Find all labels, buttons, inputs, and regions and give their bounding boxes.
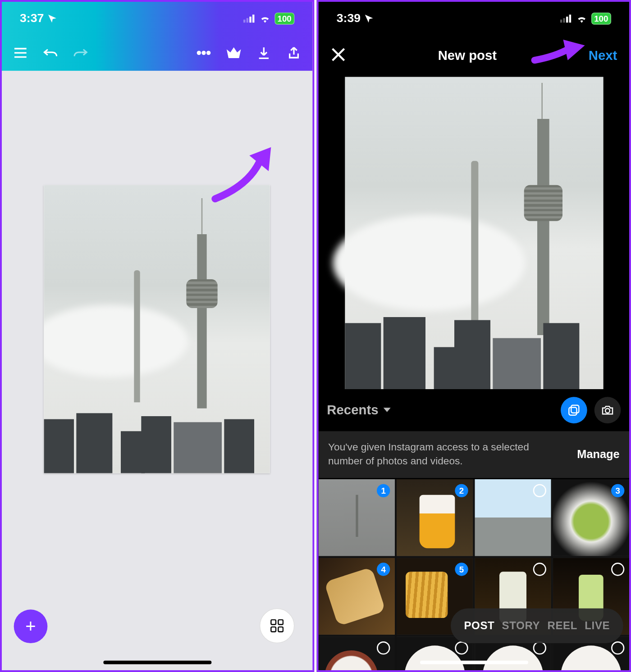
access-message: You've given Instagram access to a selec… [328,441,550,468]
selection-badge: 5 [455,563,468,576]
canva-editor-screen: 3:37 100 [0,0,314,672]
design-document[interactable] [44,185,270,473]
album-selector[interactable]: Recents [327,402,391,418]
menu-icon[interactable] [13,45,28,61]
album-selector-row: Recents [319,389,629,431]
svg-rect-10 [278,627,283,632]
selection-ring [611,563,624,576]
svg-rect-12 [563,18,565,23]
svg-rect-1 [246,18,248,23]
pages-button[interactable] [260,608,294,643]
mode-reel[interactable]: REEL [547,619,577,632]
selection-badge: 2 [455,484,468,497]
svg-rect-8 [278,620,283,625]
canva-toolbar [2,35,312,71]
next-button[interactable]: Next [589,48,617,64]
battery-indicator: 100 [274,12,294,24]
header-title: New post [438,48,497,64]
photo-thumbnail[interactable]: 1 [319,479,395,556]
redo-icon [73,45,88,61]
selection-badge: 4 [377,563,390,576]
camera-button[interactable] [594,397,621,423]
tower-spire [134,270,140,402]
post-preview[interactable] [319,77,629,389]
selection-ring [611,641,624,654]
cellular-icon [243,14,256,23]
mode-story[interactable]: STORY [502,619,540,632]
svg-point-6 [207,51,210,54]
close-button[interactable] [330,47,346,65]
wifi-icon [259,14,271,23]
svg-point-17 [605,409,610,413]
photo-thumbnail[interactable]: 4 [319,558,395,635]
kl-tower [197,234,206,409]
svg-rect-2 [249,16,251,22]
limited-access-banner: You've given Instagram access to a selec… [319,431,629,478]
instagram-newpost-screen: 3:39 100 New post Next [317,0,631,672]
chevron-down-icon [382,407,391,414]
album-label: Recents [327,402,378,418]
svg-rect-16 [571,405,579,413]
download-icon[interactable] [256,45,272,61]
status-time: 3:39 [337,11,361,25]
cellular-icon [560,14,572,23]
svg-point-4 [197,51,201,54]
svg-rect-13 [566,16,568,22]
svg-rect-0 [243,19,245,23]
annotation-arrow-icon [530,36,587,67]
selection-ring [533,641,546,654]
annotation-arrow-icon [206,146,278,206]
svg-rect-11 [560,19,562,23]
selection-ring [533,484,546,497]
mode-selector[interactable]: POSTSTORYREELLIVE [451,608,623,643]
svg-rect-14 [569,14,571,23]
editor-canvas[interactable]: + [2,71,312,670]
add-button[interactable]: + [14,609,48,643]
mode-post[interactable]: POST [464,619,494,632]
location-icon [364,14,374,23]
manage-button[interactable]: Manage [577,447,619,462]
photo-thumbnail[interactable]: 3 [553,479,629,556]
svg-rect-9 [271,627,276,632]
wifi-icon [576,14,588,23]
multi-select-button[interactable] [561,397,587,423]
status-bar: 3:39 100 [319,2,629,35]
selection-badge: 3 [611,484,624,497]
svg-point-5 [202,51,206,54]
home-indicator[interactable] [103,661,211,664]
photo-thumbnail[interactable]: 2 [397,479,473,556]
home-indicator[interactable] [420,661,528,664]
plus-icon: + [25,616,36,636]
selection-ring [533,563,546,576]
more-icon[interactable] [196,45,212,61]
svg-rect-7 [271,620,276,625]
crown-icon[interactable] [226,45,242,61]
location-icon [47,14,57,23]
photo-thumbnail[interactable] [319,636,395,672]
battery-indicator: 100 [591,12,611,24]
selection-ring [377,641,390,654]
mode-live[interactable]: LIVE [585,619,610,632]
photo-thumbnail[interactable] [475,479,551,556]
svg-rect-15 [569,408,576,415]
selection-ring [455,641,468,654]
svg-rect-3 [252,14,254,23]
grid-icon [270,619,283,632]
multi-select-icon [567,404,581,417]
camera-icon [601,404,614,416]
undo-icon[interactable] [43,45,59,61]
close-icon [330,47,346,63]
status-bar: 3:37 100 [2,2,312,35]
selection-badge: 1 [377,484,390,497]
share-icon[interactable] [286,45,302,61]
status-time: 3:37 [20,11,44,25]
